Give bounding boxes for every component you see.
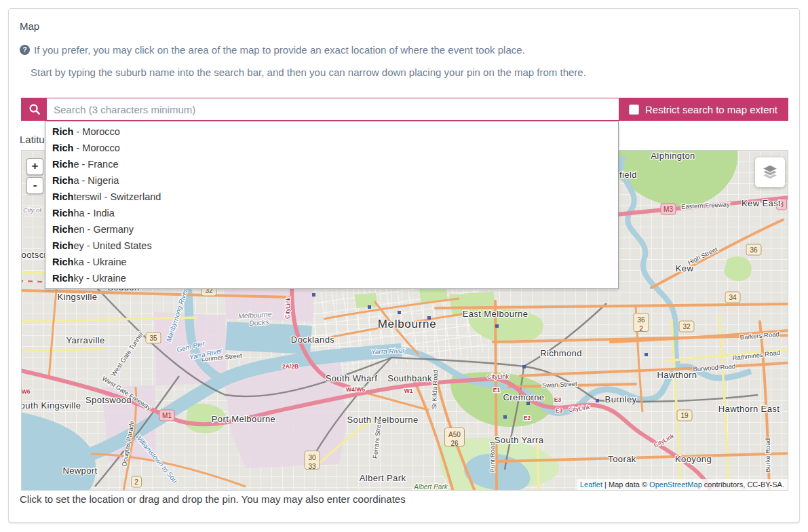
- map-label: East Melbourne: [463, 309, 528, 319]
- svg-text:2: 2: [134, 478, 138, 486]
- osm-link[interactable]: OpenStreetMap: [649, 480, 702, 489]
- map-label: Burke Road: [764, 438, 771, 472]
- search-bar: Restrict search to map extent: [21, 98, 788, 121]
- map-label: Kew East: [742, 198, 781, 208]
- map-label: Alphington: [651, 151, 695, 161]
- suggestion-item[interactable]: Rich - Morocco: [45, 140, 618, 156]
- map-label: W1: [404, 387, 413, 394]
- map-label: W4/W5: [346, 386, 365, 393]
- map-label: Punt Road: [488, 442, 496, 473]
- route-shield: M3: [661, 204, 676, 214]
- help-text-2: Start by typing the suburb name into the…: [31, 66, 586, 78]
- map-label: E2: [524, 415, 531, 421]
- map-label: City of: [23, 206, 42, 214]
- search-button[interactable]: [22, 98, 47, 120]
- map-label: 2A/2B: [282, 363, 299, 370]
- route-shield: 362: [634, 314, 649, 332]
- svg-text:35: 35: [149, 335, 157, 342]
- help-icon: ?: [20, 45, 30, 55]
- map-label: Albert Park: [413, 483, 448, 491]
- svg-text:33: 33: [308, 463, 316, 470]
- svg-text:34: 34: [729, 294, 737, 301]
- route-shield: M1: [159, 410, 174, 421]
- map-label: St Kilda Road: [430, 370, 439, 409]
- map-label: Richmond: [540, 348, 582, 358]
- layers-control[interactable]: [755, 157, 785, 187]
- svg-text:30: 30: [308, 454, 316, 461]
- route-shield: 2: [132, 476, 142, 487]
- suggestion-item[interactable]: Richey - United States: [45, 238, 618, 254]
- map-label: W6: [22, 388, 31, 395]
- map-label: Docks: [249, 318, 270, 327]
- map-label: Toorak: [608, 454, 636, 464]
- suggestion-item[interactable]: Richka - Ukraine: [45, 254, 618, 270]
- map-label: Cremorne: [503, 392, 545, 402]
- suggestion-item[interactable]: Richa - Nigeria: [45, 172, 618, 189]
- map-label: Port Melbourne: [212, 414, 275, 424]
- suggestion-item[interactable]: Rich - Morocco: [45, 124, 618, 140]
- zoom-controls: + -: [26, 158, 43, 196]
- suggestion-item[interactable]: Richterswil - Switzerland: [45, 189, 618, 205]
- restrict-search-button[interactable]: Restrict search to map extent: [619, 98, 788, 120]
- map-label: Hawthorn East: [718, 404, 780, 414]
- map-label: Burnley: [605, 394, 637, 404]
- leaflet-link[interactable]: Leaflet: [580, 480, 602, 489]
- search-suggestions: Rich - Morocco Rich - Morocco Riche - Fr…: [45, 121, 619, 289]
- zoom-in-button[interactable]: +: [26, 158, 43, 175]
- restrict-search-label: Restrict search to map extent: [645, 104, 777, 115]
- restrict-search-checkbox[interactable]: [629, 104, 639, 115]
- search-input[interactable]: [47, 98, 615, 120]
- route-shield: 36: [746, 244, 761, 255]
- attribution-text: | Map data ©: [602, 480, 649, 489]
- map-label: E3: [556, 407, 563, 414]
- map-label: E3: [554, 396, 562, 403]
- svg-text:A50: A50: [448, 431, 461, 438]
- map-label: Southbank: [387, 373, 432, 383]
- svg-text:36: 36: [750, 246, 758, 254]
- map-attribution: Leaflet | Map data © OpenStreetMap contr…: [577, 479, 788, 490]
- svg-text:26: 26: [450, 440, 459, 447]
- map-label: Hawthorn: [657, 370, 697, 380]
- map-label: Kingsville: [58, 292, 98, 302]
- map-label: E1: [493, 387, 501, 394]
- suggestion-item[interactable]: Richen - Germany: [45, 221, 618, 238]
- map-label: South Wharf: [326, 373, 378, 383]
- map-footer-note: Click to set the location or drag and dr…: [20, 493, 406, 505]
- map-section-card: Map ? If you prefer, you may click on th…: [8, 8, 800, 522]
- map-label: Kooyong: [675, 454, 712, 464]
- suggestion-item[interactable]: Richha - India: [45, 205, 618, 221]
- map-label: CityLink: [284, 297, 291, 319]
- map-label: Spotswood: [85, 395, 132, 405]
- svg-text:32: 32: [682, 323, 691, 330]
- map-label: South Yarra: [495, 435, 544, 445]
- route-shield: 3033: [305, 451, 320, 470]
- route-shield: 32: [679, 321, 694, 332]
- suggestion-item[interactable]: Riche - France: [45, 156, 618, 172]
- route-shield: A5026: [445, 428, 465, 447]
- search-icon: [28, 103, 41, 115]
- suggestion-item[interactable]: Richky - Ukraine: [45, 270, 618, 286]
- map-label: Melbourne: [378, 318, 437, 330]
- svg-text:M1: M1: [162, 412, 172, 419]
- route-shield: 35: [146, 332, 161, 343]
- route-shield: 19: [677, 410, 692, 421]
- map-label: Albert Park: [360, 473, 406, 483]
- map-label: Docklands: [291, 335, 334, 345]
- map-label: Yarraville: [66, 335, 104, 345]
- svg-text:36: 36: [637, 316, 645, 324]
- svg-text:19: 19: [680, 412, 689, 419]
- map-label: Newport: [62, 466, 97, 476]
- route-shield: 34: [725, 292, 740, 303]
- page-title: Map: [20, 20, 39, 32]
- map-label: CityLink: [487, 373, 509, 380]
- svg-text:2: 2: [639, 325, 643, 332]
- attribution-suffix: contributors, CC-BY-SA.: [702, 480, 784, 489]
- zoom-out-button[interactable]: -: [26, 177, 43, 194]
- layers-icon: [761, 163, 780, 182]
- help-line-1: ? If you prefer, you may click on the ar…: [20, 44, 525, 56]
- svg-text:M3: M3: [663, 206, 673, 213]
- map-label: South Kingsville: [22, 400, 81, 411]
- help-text-1: If you prefer, you may click on the area…: [34, 44, 525, 56]
